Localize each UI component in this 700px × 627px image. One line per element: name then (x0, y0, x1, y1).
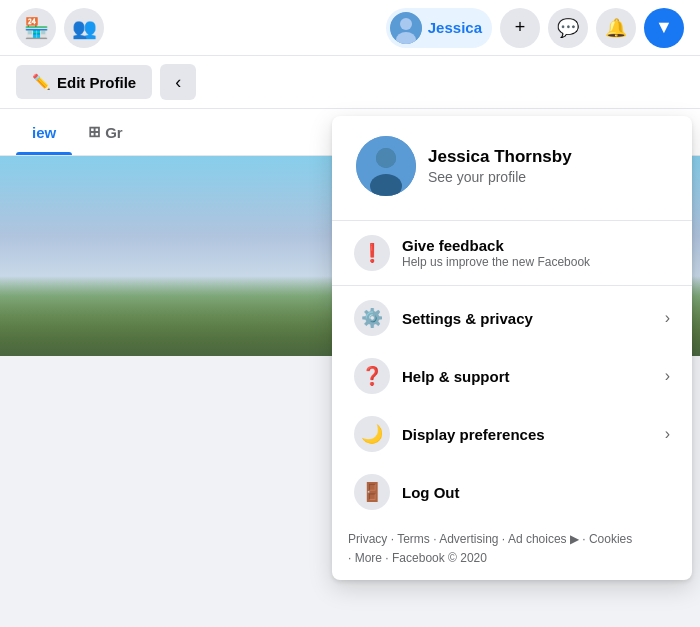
profile-avatar-image (356, 136, 416, 196)
help-label: Help & support (402, 368, 653, 385)
feedback-icon-circle: ❗ (354, 235, 390, 271)
messenger-icon: 💬 (557, 17, 579, 39)
display-text: Display preferences (402, 426, 653, 443)
moon-icon: 🌙 (361, 423, 383, 445)
feedback-sublabel: Help us improve the new Facebook (402, 255, 670, 269)
see-profile-link: See your profile (428, 169, 668, 185)
display-menu-item[interactable]: 🌙 Display preferences › (338, 406, 686, 462)
profile-text: Jessica Thornsby See your profile (428, 147, 668, 185)
groups-icon: 👥 (72, 16, 97, 40)
feedback-icon: ❗ (361, 242, 383, 264)
display-chevron-icon: › (665, 425, 670, 443)
footer-more[interactable]: More (355, 551, 382, 565)
chevron-down-icon: ▼ (655, 17, 673, 38)
settings-text: Settings & privacy (402, 310, 653, 327)
display-label: Display preferences (402, 426, 653, 443)
question-icon: ❓ (361, 365, 383, 387)
logout-text: Log Out (402, 484, 670, 501)
settings-label: Settings & privacy (402, 310, 653, 327)
navbar-left: 🏪 👥 (16, 8, 104, 48)
footer-terms[interactable]: Terms (397, 532, 430, 546)
dropdown-footer: Privacy · Terms · Advertising · Ad choic… (332, 522, 692, 580)
divider-1 (332, 220, 692, 221)
plus-btn[interactable]: + (500, 8, 540, 48)
footer-advertising[interactable]: Advertising (439, 532, 498, 546)
settings-icon-circle: ⚙️ (354, 300, 390, 336)
bell-icon: 🔔 (605, 17, 627, 39)
help-menu-item[interactable]: ❓ Help & support › (338, 348, 686, 404)
navbar: 🏪 👥 Jessica + 💬 🔔 (0, 0, 700, 56)
footer-cookies[interactable]: Cookies (589, 532, 632, 546)
svg-point-6 (376, 148, 396, 168)
help-icon-circle: ❓ (354, 358, 390, 394)
footer-links: Privacy · Terms · Advertising · Ad choic… (348, 530, 676, 568)
store-icon-btn[interactable]: 🏪 (16, 8, 56, 48)
settings-chevron-icon: › (665, 309, 670, 327)
user-avatar-small (390, 12, 422, 44)
footer-ad-choices[interactable]: Ad choices ▶ (508, 532, 579, 546)
account-dropdown-menu: Jessica Thornsby See your profile ❗ Give… (332, 116, 692, 580)
svg-point-1 (400, 18, 412, 30)
help-chevron-icon: › (665, 367, 670, 385)
settings-menu-item[interactable]: ⚙️ Settings & privacy › (338, 290, 686, 346)
messenger-btn[interactable]: 💬 (548, 8, 588, 48)
navbar-right: Jessica + 💬 🔔 ▼ (386, 8, 684, 48)
page-content: ✏️ Edit Profile ‹ iew ⊞ Gr (0, 56, 700, 627)
feedback-label: Give feedback (402, 237, 670, 254)
logout-label: Log Out (402, 484, 670, 501)
profile-avatar (356, 136, 416, 196)
gear-icon: ⚙️ (361, 307, 383, 329)
logout-icon-circle: 🚪 (354, 474, 390, 510)
account-menu-btn[interactable]: ▼ (644, 8, 684, 48)
user-pill-name: Jessica (428, 19, 482, 36)
feedback-menu-item[interactable]: ❗ Give feedback Help us improve the new … (338, 225, 686, 281)
profile-menu-item[interactable]: Jessica Thornsby See your profile (340, 124, 684, 208)
footer-copyright: Facebook © 2020 (392, 551, 487, 565)
notifications-btn[interactable]: 🔔 (596, 8, 636, 48)
avatar-image (390, 12, 422, 44)
footer-privacy[interactable]: Privacy (348, 532, 387, 546)
logout-menu-item[interactable]: 🚪 Log Out (338, 464, 686, 520)
store-icon: 🏪 (24, 16, 49, 40)
plus-icon: + (515, 17, 526, 38)
profile-name: Jessica Thornsby (428, 147, 668, 167)
feedback-text: Give feedback Help us improve the new Fa… (402, 237, 670, 269)
help-text: Help & support (402, 368, 653, 385)
logout-icon: 🚪 (361, 481, 383, 503)
dropdown-overlay: Jessica Thornsby See your profile ❗ Give… (0, 56, 700, 627)
groups-icon-btn[interactable]: 👥 (64, 8, 104, 48)
user-pill[interactable]: Jessica (386, 8, 492, 48)
divider-2 (332, 285, 692, 286)
display-icon-circle: 🌙 (354, 416, 390, 452)
